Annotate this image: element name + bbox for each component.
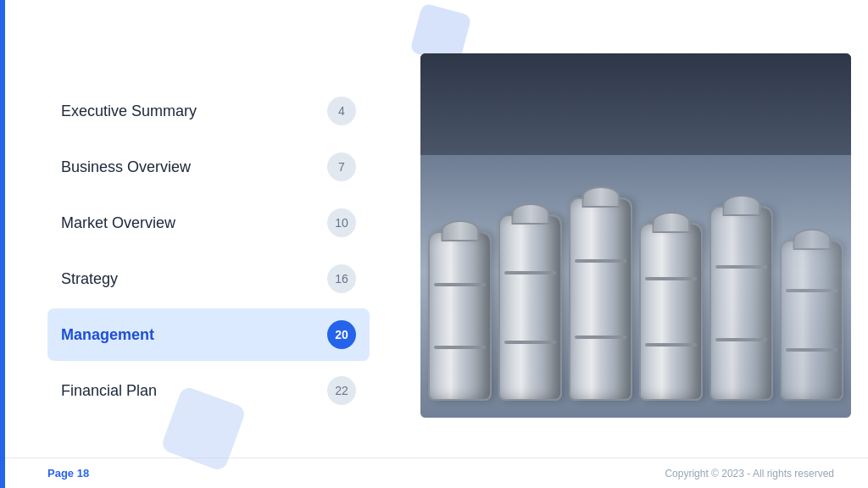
- keg-top-2: [511, 203, 549, 225]
- toc-page-financial-plan: 22: [327, 376, 356, 405]
- toc-page-market-overview: 10: [327, 208, 356, 237]
- keg-2: [498, 214, 562, 401]
- footer-page: Page 18: [47, 467, 89, 480]
- toc-page-strategy: 16: [327, 264, 356, 293]
- toc-label-strategy: Strategy: [61, 270, 118, 288]
- keg-top-6: [793, 229, 831, 250]
- keg-3: [569, 197, 632, 401]
- footer-page-label: Page: [47, 467, 77, 480]
- image-panel: [403, 0, 868, 488]
- footer-page-number: 18: [77, 467, 89, 480]
- toc-item-executive-summary[interactable]: Executive Summary 4: [47, 85, 370, 137]
- toc-page-business-overview: 7: [327, 152, 356, 181]
- toc-label-market-overview: Market Overview: [61, 214, 175, 232]
- toc-label-financial-plan: Financial Plan: [61, 382, 157, 400]
- keg-4: [639, 223, 703, 401]
- keg-top-4: [652, 212, 690, 233]
- keg-5: [709, 206, 773, 401]
- toc-item-strategy[interactable]: Strategy 16: [47, 252, 370, 305]
- main-content: Executive Summary 4 Business Overview 7 …: [5, 0, 868, 488]
- toc-label-business-overview: Business Overview: [61, 158, 191, 176]
- toc-item-management[interactable]: Management 20: [47, 308, 370, 361]
- keg-6: [780, 240, 843, 401]
- keg-top-1: [441, 220, 479, 241]
- brewery-image: [420, 53, 851, 418]
- keg-top-3: [581, 186, 620, 208]
- toc-label-executive-summary: Executive Summary: [61, 103, 197, 120]
- toc-page-management: 20: [327, 320, 356, 349]
- kegs-row: [420, 197, 851, 401]
- keg-top-5: [722, 195, 760, 216]
- toc-label-management: Management: [61, 326, 154, 344]
- toc-item-business-overview[interactable]: Business Overview 7: [47, 141, 370, 193]
- toc-item-market-overview[interactable]: Market Overview 10: [47, 197, 370, 249]
- toc-page-executive-summary: 4: [327, 97, 356, 125]
- keg-visual: [420, 53, 851, 418]
- keg-1: [428, 231, 492, 401]
